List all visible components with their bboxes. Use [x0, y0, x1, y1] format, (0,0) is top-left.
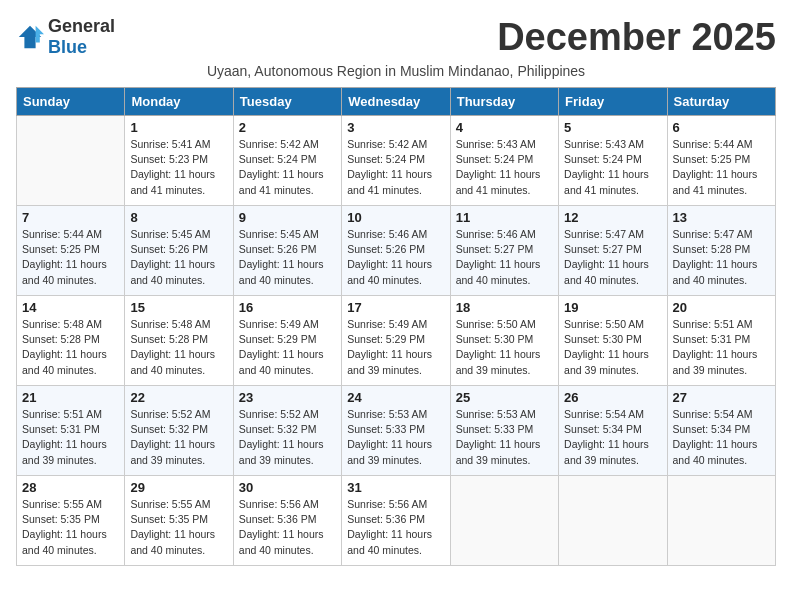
day-number: 20	[673, 300, 770, 315]
calendar-cell	[667, 476, 775, 566]
day-number: 19	[564, 300, 661, 315]
day-info: Sunrise: 5:43 AMSunset: 5:24 PMDaylight:…	[456, 137, 553, 198]
day-number: 15	[130, 300, 227, 315]
day-number: 29	[130, 480, 227, 495]
day-number: 9	[239, 210, 336, 225]
day-info: Sunrise: 5:55 AMSunset: 5:35 PMDaylight:…	[22, 497, 119, 558]
day-number: 6	[673, 120, 770, 135]
svg-marker-1	[36, 26, 44, 43]
day-number: 26	[564, 390, 661, 405]
header: General Blue December 2025	[16, 16, 776, 59]
calendar-cell: 4Sunrise: 5:43 AMSunset: 5:24 PMDaylight…	[450, 116, 558, 206]
day-number: 2	[239, 120, 336, 135]
calendar-cell: 23Sunrise: 5:52 AMSunset: 5:32 PMDayligh…	[233, 386, 341, 476]
calendar-cell: 21Sunrise: 5:51 AMSunset: 5:31 PMDayligh…	[17, 386, 125, 476]
day-number: 18	[456, 300, 553, 315]
day-info: Sunrise: 5:53 AMSunset: 5:33 PMDaylight:…	[456, 407, 553, 468]
calendar-cell: 7Sunrise: 5:44 AMSunset: 5:25 PMDaylight…	[17, 206, 125, 296]
logo-text: General Blue	[48, 16, 115, 58]
logo-icon	[16, 23, 44, 51]
day-info: Sunrise: 5:56 AMSunset: 5:36 PMDaylight:…	[347, 497, 444, 558]
day-info: Sunrise: 5:43 AMSunset: 5:24 PMDaylight:…	[564, 137, 661, 198]
day-info: Sunrise: 5:56 AMSunset: 5:36 PMDaylight:…	[239, 497, 336, 558]
day-number: 25	[456, 390, 553, 405]
day-info: Sunrise: 5:44 AMSunset: 5:25 PMDaylight:…	[22, 227, 119, 288]
calendar-cell: 24Sunrise: 5:53 AMSunset: 5:33 PMDayligh…	[342, 386, 450, 476]
day-info: Sunrise: 5:52 AMSunset: 5:32 PMDaylight:…	[239, 407, 336, 468]
day-number: 24	[347, 390, 444, 405]
day-info: Sunrise: 5:48 AMSunset: 5:28 PMDaylight:…	[22, 317, 119, 378]
day-number: 16	[239, 300, 336, 315]
day-info: Sunrise: 5:47 AMSunset: 5:28 PMDaylight:…	[673, 227, 770, 288]
day-info: Sunrise: 5:53 AMSunset: 5:33 PMDaylight:…	[347, 407, 444, 468]
day-number: 4	[456, 120, 553, 135]
logo-blue: Blue	[48, 37, 87, 57]
day-info: Sunrise: 5:55 AMSunset: 5:35 PMDaylight:…	[130, 497, 227, 558]
calendar-cell: 5Sunrise: 5:43 AMSunset: 5:24 PMDaylight…	[559, 116, 667, 206]
day-info: Sunrise: 5:49 AMSunset: 5:29 PMDaylight:…	[347, 317, 444, 378]
day-info: Sunrise: 5:45 AMSunset: 5:26 PMDaylight:…	[239, 227, 336, 288]
day-info: Sunrise: 5:50 AMSunset: 5:30 PMDaylight:…	[564, 317, 661, 378]
header-thursday: Thursday	[450, 88, 558, 116]
day-info: Sunrise: 5:41 AMSunset: 5:23 PMDaylight:…	[130, 137, 227, 198]
calendar-cell	[450, 476, 558, 566]
header-saturday: Saturday	[667, 88, 775, 116]
day-number: 8	[130, 210, 227, 225]
calendar-cell: 29Sunrise: 5:55 AMSunset: 5:35 PMDayligh…	[125, 476, 233, 566]
header-wednesday: Wednesday	[342, 88, 450, 116]
day-info: Sunrise: 5:47 AMSunset: 5:27 PMDaylight:…	[564, 227, 661, 288]
header-monday: Monday	[125, 88, 233, 116]
calendar-cell: 17Sunrise: 5:49 AMSunset: 5:29 PMDayligh…	[342, 296, 450, 386]
day-info: Sunrise: 5:44 AMSunset: 5:25 PMDaylight:…	[673, 137, 770, 198]
calendar-cell: 12Sunrise: 5:47 AMSunset: 5:27 PMDayligh…	[559, 206, 667, 296]
calendar-cell: 11Sunrise: 5:46 AMSunset: 5:27 PMDayligh…	[450, 206, 558, 296]
calendar-cell: 10Sunrise: 5:46 AMSunset: 5:26 PMDayligh…	[342, 206, 450, 296]
day-number: 27	[673, 390, 770, 405]
header-friday: Friday	[559, 88, 667, 116]
day-number: 10	[347, 210, 444, 225]
calendar-cell: 1Sunrise: 5:41 AMSunset: 5:23 PMDaylight…	[125, 116, 233, 206]
calendar-cell: 20Sunrise: 5:51 AMSunset: 5:31 PMDayligh…	[667, 296, 775, 386]
calendar-cell: 16Sunrise: 5:49 AMSunset: 5:29 PMDayligh…	[233, 296, 341, 386]
day-info: Sunrise: 5:48 AMSunset: 5:28 PMDaylight:…	[130, 317, 227, 378]
day-number: 13	[673, 210, 770, 225]
day-info: Sunrise: 5:51 AMSunset: 5:31 PMDaylight:…	[22, 407, 119, 468]
day-info: Sunrise: 5:50 AMSunset: 5:30 PMDaylight:…	[456, 317, 553, 378]
calendar-cell: 22Sunrise: 5:52 AMSunset: 5:32 PMDayligh…	[125, 386, 233, 476]
day-info: Sunrise: 5:49 AMSunset: 5:29 PMDaylight:…	[239, 317, 336, 378]
day-info: Sunrise: 5:52 AMSunset: 5:32 PMDaylight:…	[130, 407, 227, 468]
calendar-cell: 30Sunrise: 5:56 AMSunset: 5:36 PMDayligh…	[233, 476, 341, 566]
header-sunday: Sunday	[17, 88, 125, 116]
calendar-cell: 27Sunrise: 5:54 AMSunset: 5:34 PMDayligh…	[667, 386, 775, 476]
day-info: Sunrise: 5:42 AMSunset: 5:24 PMDaylight:…	[347, 137, 444, 198]
logo-general: General	[48, 16, 115, 36]
day-info: Sunrise: 5:54 AMSunset: 5:34 PMDaylight:…	[673, 407, 770, 468]
day-number: 31	[347, 480, 444, 495]
calendar-week-4: 21Sunrise: 5:51 AMSunset: 5:31 PMDayligh…	[17, 386, 776, 476]
calendar-cell: 13Sunrise: 5:47 AMSunset: 5:28 PMDayligh…	[667, 206, 775, 296]
day-number: 12	[564, 210, 661, 225]
calendar-table: SundayMondayTuesdayWednesdayThursdayFrid…	[16, 87, 776, 566]
calendar-cell: 28Sunrise: 5:55 AMSunset: 5:35 PMDayligh…	[17, 476, 125, 566]
logo: General Blue	[16, 16, 115, 58]
day-number: 22	[130, 390, 227, 405]
calendar-cell: 26Sunrise: 5:54 AMSunset: 5:34 PMDayligh…	[559, 386, 667, 476]
calendar-cell: 31Sunrise: 5:56 AMSunset: 5:36 PMDayligh…	[342, 476, 450, 566]
calendar-week-5: 28Sunrise: 5:55 AMSunset: 5:35 PMDayligh…	[17, 476, 776, 566]
day-info: Sunrise: 5:51 AMSunset: 5:31 PMDaylight:…	[673, 317, 770, 378]
calendar-week-2: 7Sunrise: 5:44 AMSunset: 5:25 PMDaylight…	[17, 206, 776, 296]
day-info: Sunrise: 5:46 AMSunset: 5:26 PMDaylight:…	[347, 227, 444, 288]
calendar-cell: 3Sunrise: 5:42 AMSunset: 5:24 PMDaylight…	[342, 116, 450, 206]
calendar-cell: 9Sunrise: 5:45 AMSunset: 5:26 PMDaylight…	[233, 206, 341, 296]
calendar-cell: 14Sunrise: 5:48 AMSunset: 5:28 PMDayligh…	[17, 296, 125, 386]
day-number: 11	[456, 210, 553, 225]
day-number: 5	[564, 120, 661, 135]
day-number: 28	[22, 480, 119, 495]
calendar-cell	[559, 476, 667, 566]
day-number: 23	[239, 390, 336, 405]
day-number: 3	[347, 120, 444, 135]
calendar-cell: 19Sunrise: 5:50 AMSunset: 5:30 PMDayligh…	[559, 296, 667, 386]
calendar-week-1: 1Sunrise: 5:41 AMSunset: 5:23 PMDaylight…	[17, 116, 776, 206]
calendar-cell: 2Sunrise: 5:42 AMSunset: 5:24 PMDaylight…	[233, 116, 341, 206]
day-number: 17	[347, 300, 444, 315]
